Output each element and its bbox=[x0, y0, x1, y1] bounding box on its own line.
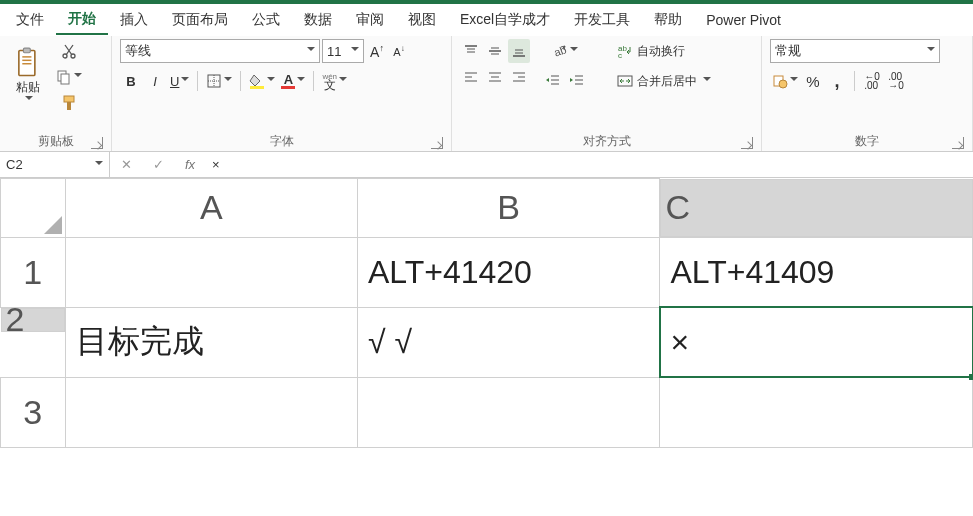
copy-button[interactable] bbox=[54, 65, 84, 89]
tab-selfstudy[interactable]: Excel自学成才 bbox=[448, 6, 562, 34]
cell-A3[interactable] bbox=[65, 377, 357, 447]
svg-rect-1 bbox=[23, 48, 30, 53]
underline-button[interactable]: U bbox=[168, 69, 191, 93]
font-color-button[interactable]: A bbox=[279, 69, 307, 93]
increase-indent-icon bbox=[569, 73, 585, 89]
name-box[interactable]: C2 bbox=[0, 152, 110, 177]
cut-button[interactable] bbox=[54, 39, 84, 63]
col-header-B[interactable]: B bbox=[357, 179, 659, 238]
phonetic-icon: wén文 bbox=[322, 72, 337, 90]
increase-font-icon: A↑ bbox=[370, 43, 384, 60]
bold-button[interactable]: B bbox=[120, 69, 142, 93]
tab-formulas[interactable]: 公式 bbox=[240, 6, 292, 34]
decrease-decimal-button[interactable]: .00→0 bbox=[885, 69, 907, 93]
clipboard-icon bbox=[14, 47, 42, 79]
percent-button[interactable]: % bbox=[802, 69, 824, 93]
align-bottom-button[interactable] bbox=[508, 39, 530, 63]
merge-label: 合并后居中 bbox=[637, 73, 697, 90]
align-middle-icon bbox=[487, 43, 503, 59]
cell-A1[interactable] bbox=[65, 237, 357, 307]
cancel-button[interactable]: ✕ bbox=[110, 152, 142, 177]
insert-function-button[interactable]: fx bbox=[174, 152, 206, 177]
formula-bar: C2 ✕ ✓ fx × bbox=[0, 152, 973, 178]
decrease-font-icon: A↓ bbox=[393, 44, 404, 58]
alignment-dialog-launcher[interactable] bbox=[741, 137, 753, 149]
cell-B2[interactable]: √ √ bbox=[357, 307, 659, 377]
decrease-indent-icon bbox=[545, 73, 561, 89]
cell-B3[interactable] bbox=[357, 377, 659, 447]
tab-powerpivot[interactable]: Power Pivot bbox=[694, 7, 793, 33]
decrease-font-button[interactable]: A↓ bbox=[388, 39, 410, 63]
font-name-select[interactable]: 等线 bbox=[120, 39, 320, 63]
align-right-icon bbox=[511, 69, 527, 85]
tab-help[interactable]: 帮助 bbox=[642, 6, 694, 34]
orientation-button[interactable]: ab bbox=[542, 39, 588, 63]
align-center-button[interactable] bbox=[484, 65, 506, 89]
tab-review[interactable]: 审阅 bbox=[344, 6, 396, 34]
bold-icon: B bbox=[126, 74, 135, 89]
phonetic-button[interactable]: wén文 bbox=[320, 69, 349, 93]
tab-view[interactable]: 视图 bbox=[396, 6, 448, 34]
svg-rect-4 bbox=[22, 63, 31, 64]
tab-developer[interactable]: 开发工具 bbox=[562, 6, 642, 34]
worksheet: A B C 1 ALT+41420 ALT+41409 2 目标完成 √ √ ×… bbox=[0, 178, 973, 448]
alignment-group-label: 对齐方式 bbox=[583, 133, 631, 150]
ribbon: 粘贴 剪贴板 等线 11 A↑ A↓ B I bbox=[0, 36, 973, 152]
cell-C2[interactable]: × bbox=[660, 307, 973, 377]
orientation-icon: ab bbox=[552, 43, 568, 59]
row-header-1[interactable]: 1 bbox=[1, 237, 66, 307]
percent-icon: % bbox=[806, 73, 819, 90]
tab-insert[interactable]: 插入 bbox=[108, 6, 160, 34]
accounting-format-button[interactable] bbox=[770, 69, 800, 93]
col-header-C[interactable]: C bbox=[660, 179, 972, 237]
svg-rect-9 bbox=[64, 96, 74, 102]
underline-icon: U bbox=[170, 74, 179, 89]
increase-decimal-button[interactable]: ←0.00 bbox=[861, 69, 883, 93]
tab-data[interactable]: 数据 bbox=[292, 6, 344, 34]
cell-A2[interactable]: 目标完成 bbox=[65, 307, 357, 377]
font-dialog-launcher[interactable] bbox=[431, 137, 443, 149]
formula-value: × bbox=[212, 157, 220, 172]
svg-point-5 bbox=[63, 54, 67, 58]
row-header-3[interactable]: 3 bbox=[1, 377, 66, 447]
borders-button[interactable] bbox=[204, 69, 234, 93]
format-painter-button[interactable] bbox=[54, 91, 84, 115]
italic-button[interactable]: I bbox=[144, 69, 166, 93]
comma-button[interactable]: , bbox=[826, 69, 848, 93]
merge-center-button[interactable]: 合并后居中 bbox=[613, 69, 715, 93]
col-header-A[interactable]: A bbox=[65, 179, 357, 238]
svg-text:c: c bbox=[618, 51, 622, 59]
svg-rect-3 bbox=[22, 59, 31, 60]
row-header-2[interactable]: 2 bbox=[1, 308, 65, 332]
tab-pagelayout[interactable]: 页面布局 bbox=[160, 6, 240, 34]
increase-font-button[interactable]: A↑ bbox=[366, 39, 388, 63]
svg-point-44 bbox=[779, 80, 787, 88]
increase-indent-button[interactable] bbox=[566, 69, 588, 93]
align-top-button[interactable] bbox=[460, 39, 482, 63]
wrap-text-button[interactable]: abc 自动换行 bbox=[613, 39, 715, 63]
formula-input[interactable]: × bbox=[206, 152, 973, 177]
tab-file[interactable]: 文件 bbox=[4, 6, 56, 34]
align-right-button[interactable] bbox=[508, 65, 530, 89]
cell-B1[interactable]: ALT+41420 bbox=[357, 237, 659, 307]
scissors-icon bbox=[61, 43, 77, 59]
align-left-button[interactable] bbox=[460, 65, 482, 89]
clipboard-dialog-launcher[interactable] bbox=[91, 137, 103, 149]
decrease-indent-button[interactable] bbox=[542, 69, 564, 93]
cancel-icon: ✕ bbox=[121, 157, 132, 172]
cell-C3[interactable] bbox=[660, 377, 973, 447]
select-all-corner[interactable] bbox=[1, 179, 66, 238]
font-size-select[interactable]: 11 bbox=[322, 39, 364, 63]
number-format-select[interactable]: 常规 bbox=[770, 39, 940, 63]
currency-icon bbox=[772, 73, 788, 89]
confirm-button[interactable]: ✓ bbox=[142, 152, 174, 177]
check-icon: ✓ bbox=[153, 157, 164, 172]
paste-button[interactable]: 粘贴 bbox=[8, 39, 48, 111]
cell-C1[interactable]: ALT+41409 bbox=[660, 237, 973, 307]
copy-icon bbox=[56, 69, 72, 85]
tab-home[interactable]: 开始 bbox=[56, 5, 108, 35]
align-middle-button[interactable] bbox=[484, 39, 506, 63]
ribbon-tabs: 文件 开始 插入 页面布局 公式 数据 审阅 视图 Excel自学成才 开发工具… bbox=[0, 4, 973, 36]
number-dialog-launcher[interactable] bbox=[952, 137, 964, 149]
fill-color-button[interactable] bbox=[247, 69, 277, 93]
